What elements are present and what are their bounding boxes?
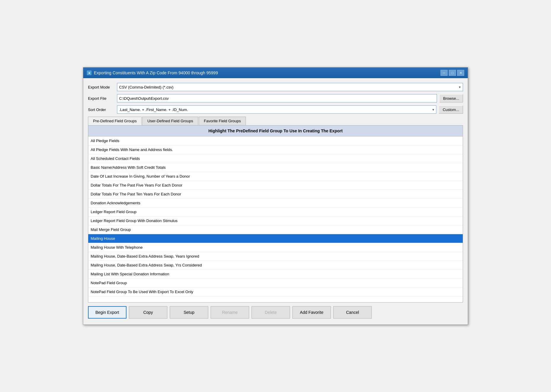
tabs-content: Highlight The PreDefined Field Group To … xyxy=(88,125,463,303)
list-item[interactable]: Basic Name/Address With Soft Credit Tota… xyxy=(88,163,463,172)
maximize-button[interactable]: □ xyxy=(449,70,456,76)
close-button[interactable]: ✕ xyxy=(457,70,464,76)
tab-predefined[interactable]: Pre-Defined Field Groups xyxy=(88,117,142,125)
list-item[interactable]: Date Of Last Increase In Giving, Number … xyxy=(88,172,463,181)
list-item[interactable]: All Pledge Fields xyxy=(88,136,463,145)
app-icon: ★ xyxy=(87,70,92,75)
list-header: Highlight The PreDefined Field Group To … xyxy=(88,126,463,136)
delete-button[interactable]: Delete xyxy=(252,306,290,319)
export-file-label: Export File xyxy=(88,96,115,101)
list-item[interactable]: Dollar Totals For The Past Five Years Fo… xyxy=(88,181,463,190)
sort-order-select-wrapper: .Last_Name. + .First_Name. + .ID_Num. xyxy=(117,105,436,114)
titlebar-left: ★ Exporting Constituents With A Zip Code… xyxy=(87,70,218,75)
add-favorite-button[interactable]: Add Favorite xyxy=(292,306,331,319)
sort-order-row: Sort Order .Last_Name. + .First_Name. + … xyxy=(88,105,463,114)
list-item[interactable]: Mail Merge Field Group xyxy=(88,225,463,234)
sort-order-label: Sort Order xyxy=(88,107,115,112)
begin-export-button[interactable]: Begin Export xyxy=(88,306,126,319)
content-area: Export Mode CSV (Comma-Delimited) (*.csv… xyxy=(83,78,468,324)
main-window: ★ Exporting Constituents With A Zip Code… xyxy=(83,67,468,325)
sort-order-select[interactable]: .Last_Name. + .First_Name. + .ID_Num. xyxy=(117,105,436,114)
list-area[interactable]: All Pledge FieldsAll Pledge Fields With … xyxy=(88,136,463,302)
tab-userdefined[interactable]: User-Defined Field Groups xyxy=(142,117,198,125)
list-item[interactable]: Mailing House xyxy=(88,234,463,243)
cancel-button[interactable]: Cancel xyxy=(333,306,372,319)
export-file-input[interactable] xyxy=(117,94,437,102)
export-mode-label: Export Mode xyxy=(88,85,115,89)
minimize-button[interactable]: ─ xyxy=(441,70,448,76)
list-item[interactable]: NotePad Field Group To Be Used With Expo… xyxy=(88,287,463,296)
tab-favorite[interactable]: Favorite Field Groups xyxy=(199,117,246,125)
browse-button[interactable]: Browse... xyxy=(439,94,463,102)
rename-button[interactable]: Rename xyxy=(211,306,249,319)
tabs-header: Pre-Defined Field Groups User-Defined Fi… xyxy=(88,117,463,125)
copy-button[interactable]: Copy xyxy=(129,306,167,319)
footer-buttons: Begin Export Copy Setup Rename Delete Ad… xyxy=(88,303,463,320)
list-item[interactable]: Mailing House, Date-Based Extra Address … xyxy=(88,252,463,261)
titlebar-controls: ─ □ ✕ xyxy=(441,70,464,76)
export-file-row: Export File Browse... xyxy=(88,94,463,102)
custom-button[interactable]: Custom... xyxy=(439,105,463,114)
export-mode-select-wrapper: CSV (Comma-Delimited) (*.csv) xyxy=(117,83,463,91)
list-item[interactable]: Dollar Totals For The Past Ten Years For… xyxy=(88,190,463,199)
list-item[interactable]: Mailing House With Telephone xyxy=(88,243,463,252)
list-item[interactable]: NotePad Field Group xyxy=(88,279,463,287)
titlebar: ★ Exporting Constituents With A Zip Code… xyxy=(83,68,468,78)
list-item[interactable]: Donation Acknowledgements xyxy=(88,199,463,208)
list-item[interactable]: Ledger Report Field Group xyxy=(88,208,463,216)
list-item[interactable]: Ledger Report Field Group With Donation … xyxy=(88,216,463,225)
export-mode-select[interactable]: CSV (Comma-Delimited) (*.csv) xyxy=(117,83,463,91)
export-mode-row: Export Mode CSV (Comma-Delimited) (*.csv… xyxy=(88,83,463,91)
window-title: Exporting Constituents With A Zip Code F… xyxy=(94,70,218,75)
list-item[interactable]: All Pledge Fields With Name and Address … xyxy=(88,145,463,154)
list-item[interactable]: All Scheduled Contact Fields xyxy=(88,154,463,163)
list-item[interactable]: Mailing List With Special Donation Infor… xyxy=(88,270,463,279)
tabs-container: Pre-Defined Field Groups User-Defined Fi… xyxy=(88,117,463,303)
list-item[interactable]: Mailing House, Date-Based Extra Address … xyxy=(88,261,463,270)
setup-button[interactable]: Setup xyxy=(170,306,208,319)
